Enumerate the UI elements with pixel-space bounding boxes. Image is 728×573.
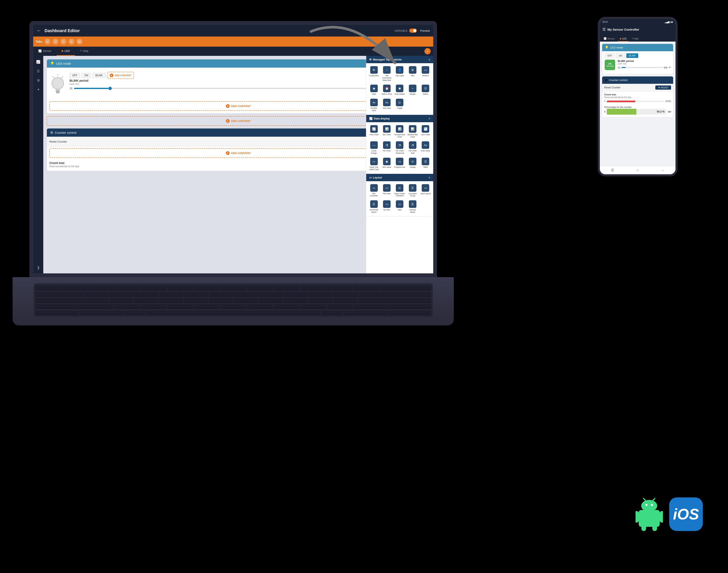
add-icon-main: + — [226, 119, 230, 123]
number-input-item[interactable]: Aa Number Input — [368, 97, 380, 113]
card-layout-label: Card Layout — [421, 193, 431, 195]
phone-bottom-nav: ☰ ○ ‹ — [600, 166, 676, 174]
progress-bar-item[interactable]: ▭ Progress bar — [394, 156, 406, 172]
toggle-item[interactable]: ⊙ Toggle — [394, 97, 406, 113]
phone-nav-back[interactable]: ‹ — [660, 168, 665, 173]
phone-reset-label: Reset Counter — [604, 86, 621, 89]
phone-counter-widget: ⚙ Counter control Reset Counter ▼ RESET … — [602, 76, 673, 117]
off-button[interactable]: OFF — [69, 73, 80, 78]
buttons-label: Buttons — [422, 74, 429, 77]
preview-button[interactable]: Preview — [420, 29, 430, 32]
phone-tab-help[interactable]: ? Help — [629, 36, 641, 42]
horizontal-layout-item[interactable]: ☰ Horizontal layout — [368, 199, 380, 215]
sidebar-layers-icon[interactable]: ☰ — [35, 68, 42, 74]
tab-led[interactable]: LED — [56, 47, 75, 56]
tabs-layout-item[interactable]: ▭ Tabs — [394, 199, 406, 215]
key — [247, 304, 273, 309]
page-center-container-item[interactable]: ⊙ Page Center Container — [394, 183, 406, 198]
key — [115, 285, 141, 290]
phone-on-btn[interactable]: ON — [616, 53, 625, 58]
accordion-group-item[interactable]: ☰ Accordion Group — [406, 183, 419, 198]
pie-chart-advanced-item[interactable]: ◔ Pie Chart Advanced — [394, 140, 406, 156]
on-button[interactable]: ON — [82, 73, 91, 78]
item-value-item[interactable]: ◉ Item value — [381, 156, 393, 172]
tab-settings-button[interactable]: + — [424, 48, 431, 54]
copy-button[interactable]: ⧉ — [77, 39, 82, 45]
item-value-label: Item value — [382, 166, 391, 168]
text-input-item[interactable]: Aa Text Input — [381, 97, 393, 113]
line-chart-item[interactable]: 📉 Line Chart — [420, 124, 432, 140]
sidebar-expand-icon[interactable]: ❯ — [35, 264, 42, 271]
tab-sensor[interactable]: 📈 Sensor — [33, 47, 56, 56]
phone-led-on-badge: ON LED state — [605, 60, 615, 70]
phone-tab-sensor[interactable]: 📈 Sensor — [601, 36, 617, 42]
grouped-bar-chart-item[interactable]: 📊 Grouped Bar Chart — [394, 124, 406, 140]
vertical-layout-item[interactable]: ☰ Vertical layout — [406, 199, 419, 215]
add-content-inline[interactable]: + ADD CONTENT — [107, 72, 134, 79]
select-item[interactable]: ☰ Select — [420, 83, 432, 97]
value-unit-item[interactable]: ▭ Value Unit Label Card — [368, 156, 380, 172]
phone-slider-stepper[interactable]: ⟳ — [669, 66, 671, 69]
phone-nav-menu[interactable]: ☰ — [610, 168, 615, 173]
sidebar-stack-icon[interactable]: ⊞ — [35, 77, 42, 84]
blink-button[interactable]: BLINK — [93, 73, 105, 78]
phone-slider-min: 10 — [618, 66, 620, 69]
laptop-base — [13, 277, 454, 325]
svg-line-6 — [61, 76, 63, 78]
data-display-icon: 📈 — [369, 117, 373, 120]
layout-header[interactable]: ▭ Layout ∧ — [366, 174, 433, 181]
horizontal-layout-label: Horizontal layout — [368, 209, 380, 213]
stacked-bar-chart-item[interactable]: 📊 Stacked Bar Chart — [406, 124, 419, 140]
add-content-label-main: ADD CONTENT — [231, 119, 251, 123]
add-content-label-counter: ADD CONTENT — [231, 152, 251, 155]
phone-reset-btn[interactable]: ▼ RESET — [655, 86, 671, 90]
sync-button[interactable]: ⇄ — [45, 39, 50, 45]
sidebar-puzzle-icon[interactable]: ✦ — [35, 86, 42, 93]
help-tab-icon: ? — [80, 49, 82, 52]
key — [134, 292, 159, 297]
redo-button[interactable]: ↻ — [60, 39, 66, 45]
data-display-title: 📈 Data display — [369, 117, 390, 120]
phone-percentage-section: Percentage for the counter 0 50.3 % 100 — [602, 106, 673, 117]
phone-nav-home[interactable]: ○ — [635, 168, 640, 173]
phone-blink-period: BLINK period (unit: ms) — [618, 60, 671, 65]
phone-progress-track — [607, 101, 664, 102]
card-layout-item[interactable]: ▭ Card Layout — [420, 183, 432, 198]
delete-button[interactable]: ✕ — [68, 39, 75, 45]
undo-button[interactable]: ↺ — [52, 39, 58, 45]
phone-slider-max: 500 — [664, 66, 668, 69]
blink-slider-thumb[interactable] — [108, 87, 112, 90]
phone-tab-led[interactable]: LED — [618, 36, 629, 42]
phone-blink-btn[interactable]: BLINK — [626, 53, 638, 58]
delete-icon: ✕ — [70, 40, 73, 43]
bar-chart-item[interactable]: 📊 Bar Chart — [381, 124, 393, 140]
phone-slider-track[interactable] — [622, 67, 662, 68]
led-mode-title: LED mode — [56, 62, 71, 65]
phone-off-btn[interactable]: OFF — [605, 53, 615, 58]
table-item[interactable]: ☰ Table — [420, 156, 432, 172]
phone-led-tab-dot — [620, 38, 621, 40]
pie-chart-item[interactable]: ◔ Pie Chart — [381, 140, 393, 156]
ion-item-item[interactable]: ▭ Ion Item — [381, 199, 393, 215]
pie-chart-grid-item[interactable]: ◔ Pie Chart Grid — [406, 140, 419, 156]
sidebar-chart-icon[interactable]: 📈 — [35, 58, 42, 65]
flow-value-item[interactable]: Aa Flow Value — [420, 140, 432, 156]
gauge-item[interactable]: ⊙ Gauge — [406, 156, 419, 172]
data-display-header[interactable]: 📈 Data display ∧ — [366, 115, 433, 122]
tab-help[interactable]: ? Help — [75, 47, 94, 56]
back-button[interactable]: ← — [37, 28, 41, 34]
key — [333, 292, 358, 297]
key — [284, 292, 308, 297]
phone-led-title: LED mode — [610, 46, 623, 49]
phone-menu-icon[interactable]: ☰ — [602, 27, 606, 32]
buttons-item[interactable]: ▭ Buttons — [420, 65, 432, 83]
linear-gauge-item[interactable]: — Linear Gauge — [368, 140, 380, 156]
area-chart-item[interactable]: 📈 Area Chart — [368, 124, 380, 140]
phone-gear-icon: ⚙ — [605, 78, 608, 82]
key — [88, 285, 114, 290]
flex-item-item[interactable]: ▭ Flex Item — [381, 183, 393, 198]
flow-value-label: Flow Value — [421, 150, 430, 152]
value-unit-icon: ▭ — [370, 158, 378, 165]
add-icon: + — [110, 73, 113, 77]
flex-container-item[interactable]: ▭ Flex Container — [368, 183, 380, 198]
